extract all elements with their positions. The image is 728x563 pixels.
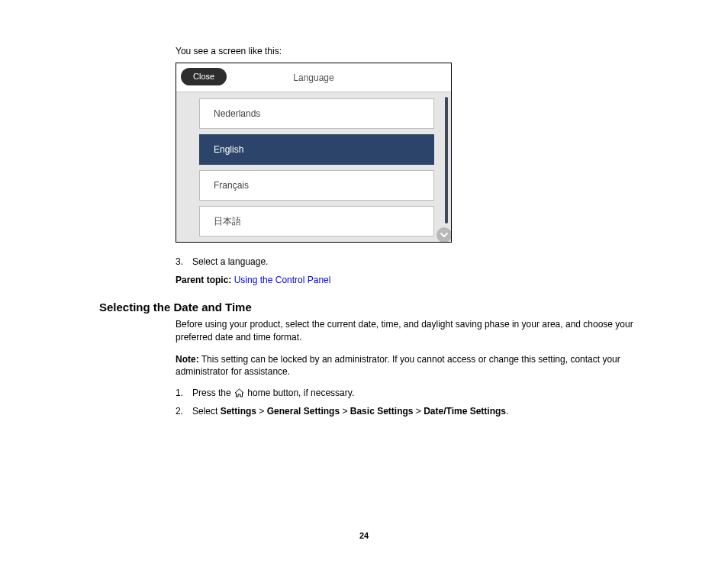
breadcrumb-general-settings: General Settings [267,406,340,417]
section-heading: Selecting the Date and Time [99,301,644,314]
body-column: You see a screen like this: Close Langua… [176,46,644,285]
step1-prefix: Press the [192,388,234,398]
breadcrumb-basic-settings: Basic Settings [350,406,414,417]
language-option[interactable]: 日本語 [199,206,434,236]
parent-topic-link[interactable]: Using the Control Panel [234,275,331,285]
step-3: 3. Select a language. [176,256,644,267]
device-screenshot: Close Language Nederlands English França… [176,63,452,243]
close-button[interactable]: Close [181,68,227,85]
breadcrumb-datetime-settings: Date/Time Settings [424,406,506,417]
step-number: 2. [176,406,192,417]
intro-text: You see a screen like this: [176,46,644,56]
device-titlebar: Close Language [176,63,451,92]
breadcrumb-sep: > [340,406,350,417]
home-icon [234,388,244,397]
language-option[interactable]: Français [199,170,434,201]
language-option-selected[interactable]: English [199,134,434,165]
step-text: Select a language. [192,256,268,267]
breadcrumb-sep: > [413,406,424,417]
period: . [506,406,508,417]
step1-suffix: home button, if necessary. [245,388,354,398]
section-body: Before using your product, select the cu… [176,318,644,417]
breadcrumb-settings: Settings [221,406,256,417]
scroll-down-button[interactable] [436,227,452,243]
page-number: 24 [0,531,728,540]
chevron-down-icon [440,231,448,239]
note-body: This setting can be locked by an adminis… [176,354,620,378]
step-text: Select Settings > General Settings > Bas… [192,406,508,417]
step-number: 3. [176,256,192,267]
note-label: Note: [176,354,199,365]
document-page: You see a screen like this: Close Langua… [0,0,728,563]
step-2: 2. Select Settings > General Settings > … [176,406,644,417]
step2-prefix: Select [192,406,221,417]
breadcrumb-sep: > [256,406,267,417]
parent-topic-line: Parent topic: Using the Control Panel [176,275,644,285]
language-option[interactable]: Nederlands [199,98,434,129]
parent-topic-label: Parent topic: [176,275,231,285]
step-1: 1. Press the home button, if necessary. [176,388,644,398]
scrollbar-track[interactable] [445,97,448,224]
step-number: 1. [176,388,192,398]
step-text: Press the home button, if necessary. [192,388,354,398]
note-paragraph: Note: This setting can be locked by an a… [176,353,644,379]
language-list: Nederlands English Français 日本語 [176,92,451,242]
section-intro: Before using your product, select the cu… [176,318,644,344]
